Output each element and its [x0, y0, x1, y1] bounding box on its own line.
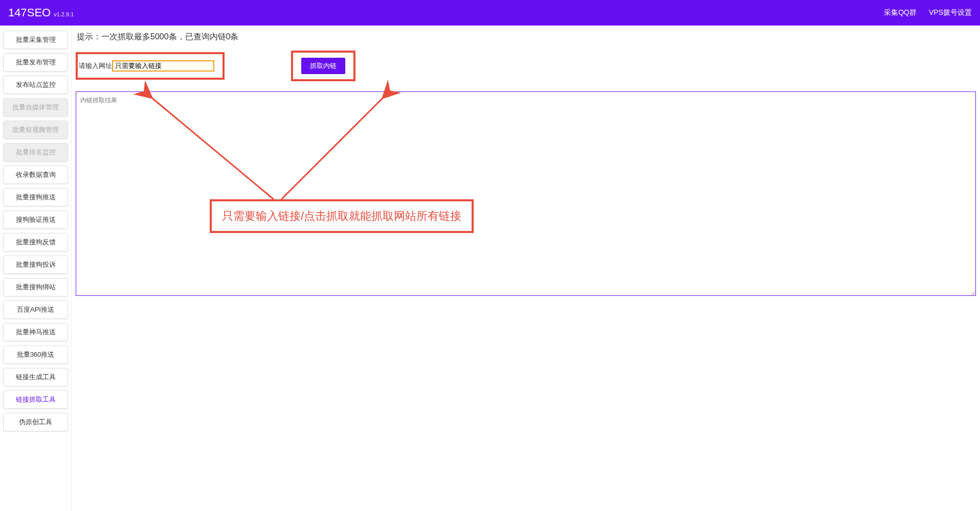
- sidebar-item-17[interactable]: 伪原创工具: [3, 413, 68, 431]
- sidebar-item-8[interactable]: 搜狗验证推送: [3, 211, 68, 229]
- app-header: 147SEO v1.2.9.1 采集QQ群 VPS拨号设置: [0, 0, 980, 26]
- sidebar-item-2[interactable]: 发布站点监控: [3, 76, 68, 94]
- sidebar-item-15[interactable]: 链接生成工具: [3, 368, 68, 386]
- url-input[interactable]: [112, 60, 214, 72]
- qq-group-link[interactable]: 采集QQ群: [884, 8, 917, 17]
- sidebar-item-5: 批量排名监控: [3, 143, 68, 161]
- sidebar-item-9[interactable]: 批量搜狗反馈: [3, 233, 68, 251]
- sidebar-item-10[interactable]: 批量搜狗投诉: [3, 256, 68, 274]
- header-right: 采集QQ群 VPS拨号设置: [884, 8, 972, 17]
- url-input-label: 请输入网址: [79, 61, 112, 71]
- main-content: 提示：一次抓取最多5000条，已查询内链0条 请输入网址 抓取内链 只需要输入链…: [72, 26, 980, 511]
- app-logo: 147SEO: [8, 6, 51, 19]
- annotation-callout: 只需要输入链接/点击抓取就能抓取网站所有链接: [210, 199, 474, 233]
- button-annotation-box: 抓取内链: [291, 51, 355, 81]
- header-left: 147SEO v1.2.9.1: [8, 6, 74, 19]
- fetch-links-button[interactable]: 抓取内链: [301, 58, 345, 74]
- input-row: 请输入网址 抓取内链: [76, 51, 976, 81]
- hint-text: 提示：一次抓取最多5000条，已查询内链0条: [77, 32, 976, 42]
- sidebar-item-14[interactable]: 批量360推送: [3, 345, 68, 364]
- input-annotation-box: 请输入网址: [76, 52, 225, 80]
- sidebar-item-4: 批量短视频管理: [3, 121, 68, 139]
- sidebar-item-11[interactable]: 批量搜狗绑站: [3, 278, 68, 296]
- sidebar-item-13[interactable]: 批量神马推送: [3, 323, 68, 341]
- result-textarea[interactable]: [76, 91, 976, 296]
- sidebar-item-6[interactable]: 收录数据查询: [3, 166, 68, 184]
- sidebar-item-1[interactable]: 批量发布管理: [3, 53, 68, 72]
- sidebar-item-3: 批量自媒体管理: [3, 98, 68, 117]
- app-version: v1.2.9.1: [54, 11, 74, 17]
- sidebar: 批量采集管理批量发布管理发布站点监控批量自媒体管理批量短视频管理批量排名监控收录…: [0, 26, 72, 511]
- sidebar-item-0[interactable]: 批量采集管理: [3, 31, 68, 49]
- vps-dial-link[interactable]: VPS拨号设置: [929, 8, 972, 17]
- sidebar-item-16[interactable]: 链接抓取工具: [3, 390, 68, 409]
- sidebar-item-12[interactable]: 百度API推送: [3, 300, 68, 319]
- sidebar-item-7[interactable]: 批量搜狗推送: [3, 188, 68, 206]
